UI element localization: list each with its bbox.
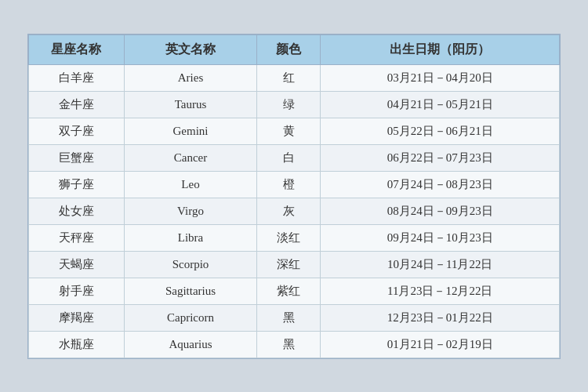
cell-date: 08月24日－09月23日 [321, 198, 560, 224]
cell-english: Cancer [124, 144, 256, 171]
cell-english: Virgo [124, 198, 256, 224]
zodiac-table: 星座名称 英文名称 颜色 出生日期（阳历） 白羊座Aries红03月21日－04… [28, 34, 560, 358]
cell-english: Gemini [124, 118, 256, 144]
table-row: 白羊座Aries红03月21日－04月20日 [29, 64, 560, 91]
table-row: 狮子座Leo橙07月24日－08月23日 [29, 171, 560, 198]
cell-chinese: 双子座 [29, 118, 125, 144]
cell-color: 绿 [257, 91, 321, 118]
cell-color: 深红 [257, 251, 321, 278]
cell-color: 淡红 [257, 224, 321, 251]
cell-color: 红 [257, 64, 321, 91]
cell-chinese: 天蝎座 [29, 251, 125, 278]
table-row: 天蝎座Scorpio深红10月24日－11月22日 [29, 251, 560, 278]
cell-date: 12月23日－01月22日 [321, 304, 560, 331]
cell-english: Capricorn [124, 304, 256, 331]
cell-english: Aries [124, 64, 256, 91]
cell-color: 黑 [257, 331, 321, 358]
cell-english: Sagittarius [124, 278, 256, 304]
cell-date: 01月21日－02月19日 [321, 331, 560, 358]
cell-chinese: 水瓶座 [29, 331, 125, 358]
cell-english: Aquarius [124, 331, 256, 358]
table-header-row: 星座名称 英文名称 颜色 出生日期（阳历） [29, 34, 560, 64]
cell-chinese: 射手座 [29, 278, 125, 304]
cell-date: 11月23日－12月22日 [321, 278, 560, 304]
cell-chinese: 摩羯座 [29, 304, 125, 331]
cell-date: 07月24日－08月23日 [321, 171, 560, 198]
header-date: 出生日期（阳历） [321, 34, 560, 64]
cell-chinese: 巨蟹座 [29, 144, 125, 171]
cell-color: 黑 [257, 304, 321, 331]
cell-date: 04月21日－05月21日 [321, 91, 560, 118]
cell-english: Leo [124, 171, 256, 198]
table-row: 天秤座Libra淡红09月24日－10月23日 [29, 224, 560, 251]
cell-date: 09月24日－10月23日 [321, 224, 560, 251]
cell-chinese: 白羊座 [29, 64, 125, 91]
zodiac-table-container: 星座名称 英文名称 颜色 出生日期（阳历） 白羊座Aries红03月21日－04… [27, 34, 561, 359]
cell-chinese: 狮子座 [29, 171, 125, 198]
cell-english: Libra [124, 224, 256, 251]
cell-color: 橙 [257, 171, 321, 198]
table-row: 巨蟹座Cancer白06月22日－07月23日 [29, 144, 560, 171]
table-row: 摩羯座Capricorn黑12月23日－01月22日 [29, 304, 560, 331]
cell-english: Scorpio [124, 251, 256, 278]
table-row: 处女座Virgo灰08月24日－09月23日 [29, 198, 560, 224]
cell-color: 白 [257, 144, 321, 171]
cell-chinese: 金牛座 [29, 91, 125, 118]
cell-date: 06月22日－07月23日 [321, 144, 560, 171]
cell-english: Taurus [124, 91, 256, 118]
table-row: 射手座Sagittarius紫红11月23日－12月22日 [29, 278, 560, 304]
table-row: 金牛座Taurus绿04月21日－05月21日 [29, 91, 560, 118]
cell-date: 10月24日－11月22日 [321, 251, 560, 278]
table-row: 双子座Gemini黄05月22日－06月21日 [29, 118, 560, 144]
cell-color: 灰 [257, 198, 321, 224]
cell-chinese: 天秤座 [29, 224, 125, 251]
cell-date: 03月21日－04月20日 [321, 64, 560, 91]
cell-color: 紫红 [257, 278, 321, 304]
table-row: 水瓶座Aquarius黑01月21日－02月19日 [29, 331, 560, 358]
header-english: 英文名称 [124, 34, 256, 64]
header-chinese: 星座名称 [29, 34, 125, 64]
cell-color: 黄 [257, 118, 321, 144]
cell-date: 05月22日－06月21日 [321, 118, 560, 144]
header-color: 颜色 [257, 34, 321, 64]
cell-chinese: 处女座 [29, 198, 125, 224]
